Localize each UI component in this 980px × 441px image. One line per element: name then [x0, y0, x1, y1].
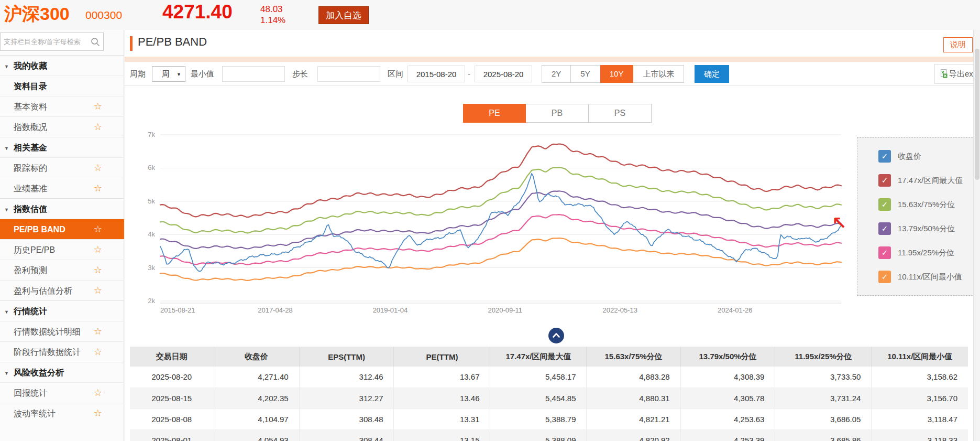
index-code: 000300: [85, 9, 122, 21]
star-icon[interactable]: ☆: [94, 158, 102, 178]
triangle-icon: ▼: [4, 138, 13, 159]
sidebar-label: 业绩基准: [14, 184, 47, 193]
sidebar-item-盈利预测[interactable]: 盈利预测☆: [0, 260, 124, 280]
sidebar-item-业绩基准[interactable]: 业绩基准☆: [0, 178, 124, 198]
sidebar-item-PE/PB BAND[interactable]: PE/PB BAND☆: [0, 219, 124, 239]
table-cell: 3,731.24: [775, 388, 872, 408]
table-header-cell: 10.11x/区间最小值: [872, 347, 968, 367]
star-icon[interactable]: ☆: [94, 383, 102, 403]
index-price: 4271.40: [162, 1, 233, 23]
page-title: PE/PB BAND: [138, 35, 207, 49]
sidebar-label: 回报统计: [14, 389, 47, 397]
sidebar-search-input[interactable]: [4, 33, 87, 50]
quote-header: 沪深300 000300 4271.40 48.03 1.14% 加入自选: [0, 0, 980, 30]
star-icon[interactable]: ☆: [94, 219, 102, 240]
range-button-上市以来[interactable]: 上市以来: [633, 65, 684, 83]
date-from-input[interactable]: [408, 66, 465, 82]
legend-checkbox[interactable]: ✓: [878, 198, 891, 211]
star-icon[interactable]: ☆: [94, 240, 102, 260]
pe-band-chart: 7k6k5k4k3k2k2015-08-212017-04-282019-01-…: [125, 127, 980, 326]
search-icon[interactable]: [91, 37, 100, 47]
period-select[interactable]: 周 ▼: [152, 66, 185, 82]
legend-item[interactable]: ✓收盘价: [857, 144, 975, 168]
sidebar-item-阶段行情数据统计[interactable]: 阶段行情数据统计☆: [0, 341, 124, 362]
y-axis-label: 4k: [148, 230, 155, 238]
page-scrollbar[interactable]: [973, 30, 980, 441]
date-to-input[interactable]: [475, 66, 532, 82]
legend-checkbox[interactable]: ✓: [878, 271, 891, 283]
table-row[interactable]: 2025-08-084,104.97308.4813.315,388.794,8…: [130, 408, 968, 429]
sidebar-section-我的收藏[interactable]: ▼我的收藏: [0, 55, 124, 76]
step-input[interactable]: [317, 66, 380, 82]
star-icon[interactable]: ☆: [94, 342, 102, 362]
legend-label: 10.11x/区间最小值: [898, 272, 962, 282]
period-label: 周期: [130, 62, 146, 86]
legend-checkbox[interactable]: ✓: [878, 222, 891, 235]
legend-item[interactable]: ✓13.79x/50%分位: [857, 217, 975, 241]
legend-item[interactable]: ✓10.11x/区间最小值: [857, 265, 975, 289]
min-label: 最小值: [191, 62, 214, 86]
range-button-2Y[interactable]: 2Y: [542, 65, 571, 83]
add-watchlist-button[interactable]: 加入自选: [318, 6, 369, 24]
tab-PS[interactable]: PS: [589, 104, 652, 123]
table-row[interactable]: 2025-08-204,271.40312.4613.675,458.174,8…: [130, 367, 968, 388]
range-button-10Y[interactable]: 10Y: [600, 65, 634, 83]
sidebar-item-基本资料[interactable]: 基本资料☆: [0, 96, 124, 116]
change-value: 48.03: [260, 4, 285, 15]
star-icon[interactable]: ☆: [94, 260, 102, 281]
legend-checkbox[interactable]: ✓: [878, 174, 891, 187]
legend-item[interactable]: ✓11.95x/25%分位: [857, 241, 975, 265]
legend-item[interactable]: ✓15.63x/75%分位: [857, 192, 975, 217]
star-icon[interactable]: ☆: [94, 321, 102, 342]
sidebar-item-行情数据统计明细[interactable]: 行情数据统计明细☆: [0, 321, 124, 341]
sidebar-menu: ▼我的收藏资料目录基本资料☆指数概况☆▼相关基金跟踪标的☆业绩基准☆▼指数估值P…: [0, 55, 124, 423]
star-icon[interactable]: ☆: [94, 281, 102, 301]
sidebar-item-历史PE/PB[interactable]: 历史PE/PB☆: [0, 239, 124, 260]
sidebar-section-风险收益分析[interactable]: ▼风险收益分析: [0, 362, 124, 382]
table-header-cell: 交易日期: [130, 347, 214, 367]
sidebar-label: 行情数据统计明细: [14, 327, 81, 336]
range-button-5Y[interactable]: 5Y: [571, 65, 600, 83]
help-button[interactable]: 说明: [943, 37, 973, 52]
legend-item[interactable]: ✓17.47x/区间最大值: [857, 168, 975, 192]
table-header-cell: EPS(TTM): [299, 347, 394, 367]
collapse-chart-button[interactable]: [548, 328, 564, 343]
table-cell: 4,305.78: [680, 388, 775, 408]
star-icon[interactable]: ☆: [94, 178, 102, 199]
sidebar-item-跟踪标的[interactable]: 跟踪标的☆: [0, 157, 124, 178]
table-cell: 3,118.47: [872, 408, 968, 429]
star-icon[interactable]: ☆: [94, 403, 102, 424]
table-cell: 4,271.40: [214, 367, 299, 388]
y-axis-label: 6k: [148, 164, 155, 171]
sidebar-item-盈利与估值分析[interactable]: 盈利与估值分析☆: [0, 280, 124, 300]
table-row[interactable]: 2025-08-154,202.35312.2713.465,454.854,8…: [130, 388, 968, 408]
sidebar-item-波动率统计[interactable]: 波动率统计☆: [0, 403, 124, 423]
confirm-button[interactable]: 确定: [695, 65, 729, 83]
sidebar-item-回报统计[interactable]: 回报统计☆: [0, 382, 124, 403]
sidebar-label: 相关基金: [14, 143, 47, 152]
title-accent-bar: [130, 36, 133, 51]
legend-checkbox[interactable]: ✓: [878, 150, 891, 163]
table-header-cell: 17.47x/区间最大值: [490, 347, 587, 367]
star-icon[interactable]: ☆: [94, 96, 102, 117]
sidebar-label: 盈利与估值分析: [14, 286, 72, 295]
table-header-cell: 13.79x/50%分位: [680, 347, 775, 367]
star-icon[interactable]: ☆: [94, 117, 102, 137]
legend-checkbox[interactable]: ✓: [878, 246, 891, 259]
triangle-icon: ▼: [4, 302, 13, 322]
range-button-group: 2Y5Y10Y上市以来: [542, 65, 684, 83]
min-input[interactable]: [222, 66, 285, 82]
tab-PB[interactable]: PB: [526, 104, 589, 123]
sidebar: ▼我的收藏资料目录基本资料☆指数概况☆▼相关基金跟踪标的☆业绩基准☆▼指数估值P…: [0, 30, 124, 441]
sidebar-section-行情统计[interactable]: ▼行情统计: [0, 300, 124, 321]
sidebar-item-指数概况[interactable]: 指数概况☆: [0, 116, 124, 137]
sidebar-section-相关基金[interactable]: ▼相关基金: [0, 137, 124, 157]
tab-PE[interactable]: PE: [463, 104, 526, 123]
scrollbar-thumb[interactable]: [975, 49, 979, 180]
y-axis-label: 7k: [148, 131, 155, 138]
sidebar-section-指数估值[interactable]: ▼指数估值: [0, 198, 124, 219]
table-cell: 3,686.05: [775, 408, 872, 429]
data-table: 交易日期收盘价EPS(TTM)PE(TTM)17.47x/区间最大值15.63x…: [130, 347, 968, 441]
table-row[interactable]: 2025-08-014,054.93308.4413.155,388.094,8…: [130, 429, 968, 441]
sidebar-item-资料目录[interactable]: 资料目录: [0, 76, 124, 96]
